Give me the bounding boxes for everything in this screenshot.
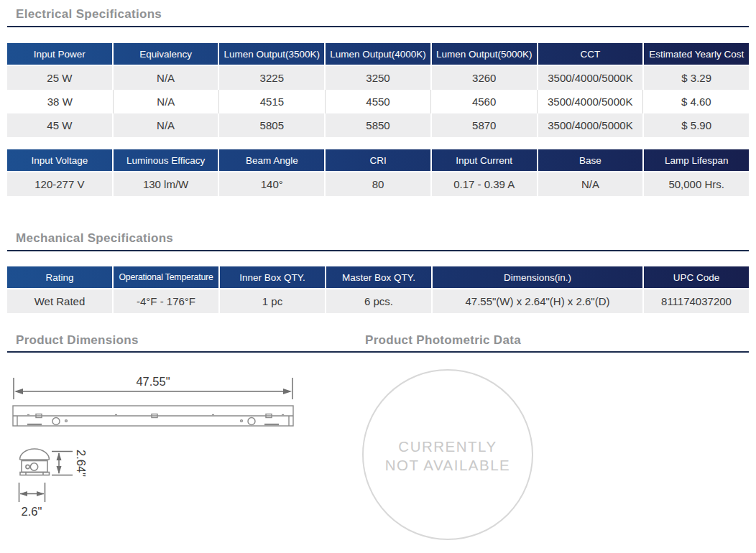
table-cell: 80 [324, 172, 430, 196]
col-input-voltage: Input Voltage [7, 149, 112, 171]
table-cell: 0.17 - 0.39 A [430, 172, 537, 196]
electrical-table-1: Input Power Equivalency Lumen Output(350… [7, 43, 749, 137]
dimension-arrow-left [20, 491, 28, 496]
table-cell: 120-277 V [7, 172, 112, 196]
spec-sheet-page: Electrical Specifications Input Power Eq… [0, 0, 756, 553]
table-cell: 140° [218, 172, 324, 196]
depth-dimension-label: 2.6" [22, 505, 42, 518]
dimension-arrow-left [14, 389, 23, 394]
col-master-box-qty: Master Box QTY. [325, 266, 431, 288]
table-cell: 3500/4000/5000K [537, 113, 643, 137]
placeholder-text-line2: NOT AVAILABLE [385, 457, 510, 473]
table-cell: N/A [112, 113, 218, 137]
mechanical-table: Rating Operational Temperature Inner Box… [7, 266, 749, 313]
table-cell: N/A [112, 66, 218, 90]
table-cell: -4°F - 176°F [112, 289, 218, 313]
depth-dimension-lines [19, 483, 45, 502]
col-dimensions: Dimensions(in.) [431, 266, 642, 288]
section-divider [7, 250, 749, 251]
table-cell: 3250 [324, 66, 430, 90]
table-cell: 47.55"(W) x 2.64"(H) x 2.6"(D) [431, 289, 642, 313]
col-inner-box-qty: Inner Box QTY. [218, 266, 325, 288]
table-header-row: Input Power Equivalency Lumen Output(350… [7, 43, 749, 66]
fixture-end-view [20, 449, 50, 475]
table-cell: 50,000 Hrs. [642, 172, 749, 196]
col-rating: Rating [7, 266, 112, 288]
table-row: 45 W N/A 5805 5850 5870 3500/4000/5000K … [7, 113, 749, 137]
table-cell: 3260 [430, 66, 537, 90]
section-divider [7, 351, 749, 353]
col-lumen-5000k: Lumen Output(5000K) [430, 43, 537, 65]
col-beam-angle: Beam Angle [218, 149, 324, 171]
table-cell: Wet Rated [7, 289, 112, 313]
table-cell: 5805 [218, 113, 324, 137]
col-lamp-lifespan: Lamp Lifespan [642, 149, 749, 171]
table-cell: 4550 [325, 90, 431, 113]
table-cell: 130 lm/W [112, 172, 218, 196]
col-lumen-3500k: Lumen Output(3500K) [218, 43, 324, 65]
product-dimensions-drawing: 47.55" [0, 359, 331, 553]
dimension-arrow-right [283, 389, 292, 394]
width-dimension-label: 47.55" [136, 375, 170, 388]
col-lumen-4000k: Lumen Output(4000K) [324, 43, 430, 65]
col-cri: CRI [324, 149, 430, 171]
table-cell: $ 5.90 [642, 113, 749, 137]
table-header-row: Input Voltage Luminous Efficacy Beam Ang… [7, 149, 749, 172]
photometric-placeholder: CURRENTLY NOT AVAILABLE [338, 363, 568, 553]
table-cell: 6 pcs. [325, 289, 431, 313]
table-cell: 5850 [324, 113, 430, 137]
photometric-section-title: Product Photometric Data [365, 333, 521, 348]
table-cell: 25 W [7, 66, 112, 90]
table-cell: 3500/4000/5000K [537, 90, 643, 113]
col-input-current: Input Current [430, 149, 537, 171]
table-cell: 3225 [218, 66, 324, 90]
table-cell: 1 pc [218, 289, 325, 313]
col-cct: CCT [537, 43, 643, 65]
col-upc-code: UPC Code [642, 266, 749, 288]
col-equivalency: Equivalency [112, 43, 218, 65]
dimensions-section-title: Product Dimensions [16, 333, 139, 348]
col-yearly-cost: Estimated Yearly Cost [642, 43, 749, 65]
col-base: Base [537, 149, 643, 171]
electrical-section-title: Electrical Specifications [16, 7, 162, 22]
col-luminous-efficacy: Luminous Efficacy [112, 149, 218, 171]
table-cell: N/A [113, 90, 219, 113]
placeholder-text-line1: CURRENTLY [398, 438, 497, 455]
height-dimension-label: 2.64" [75, 450, 88, 477]
dimension-arrow-right [37, 491, 45, 496]
table-cell: $ 4.60 [642, 90, 749, 113]
table-row: 38 W N/A 4515 4550 4560 3500/4000/5000K … [7, 90, 749, 113]
table-row: 25 W N/A 3225 3250 3260 3500/4000/5000K … [7, 66, 749, 90]
table-cell: 5870 [430, 113, 537, 137]
placeholder-circle [363, 370, 533, 539]
table-cell: N/A [537, 172, 643, 196]
section-divider [7, 26, 749, 27]
table-header-row: Rating Operational Temperature Inner Box… [7, 266, 749, 289]
dimension-arrow-down [57, 466, 62, 474]
electrical-table-2: Input Voltage Luminous Efficacy Beam Ang… [7, 149, 749, 196]
table-cell: 3500/4000/5000K [537, 66, 643, 90]
mechanical-section-title: Mechanical Specifications [16, 231, 173, 246]
dimension-arrow-up [57, 452, 62, 460]
table-cell: 45 W [7, 113, 112, 137]
height-dimension-lines [52, 452, 73, 475]
table-cell: 811174037200 [642, 289, 749, 313]
col-operational-temperature: Operational Temperature [112, 266, 218, 288]
table-cell: 38 W [7, 90, 113, 113]
table-cell: 4560 [430, 90, 537, 113]
table-cell: $ 3.29 [642, 66, 749, 90]
table-cell: 4515 [218, 90, 325, 113]
table-row: Wet Rated -4°F - 176°F 1 pc 6 pcs. 47.55… [7, 289, 749, 313]
fixture-side-view [13, 406, 293, 426]
table-row: 120-277 V 130 lm/W 140° 80 0.17 - 0.39 A… [7, 172, 749, 196]
col-input-power: Input Power [7, 43, 112, 65]
